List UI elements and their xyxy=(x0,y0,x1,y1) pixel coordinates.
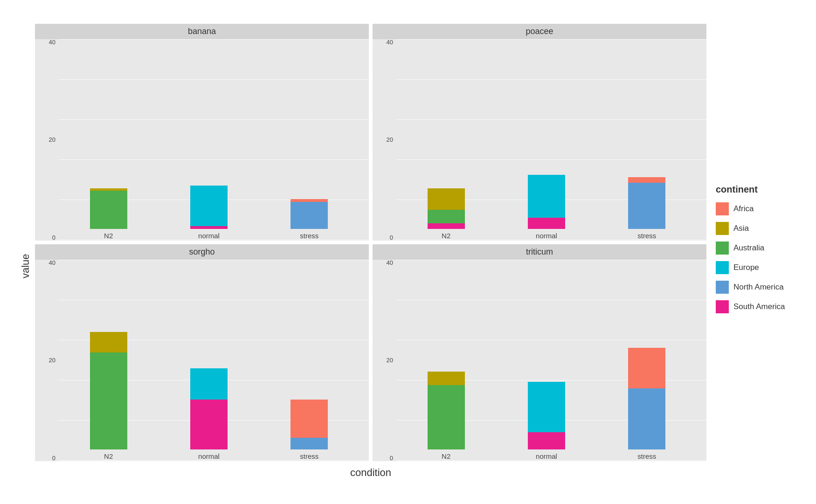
bar-group-banana-normal: normal xyxy=(190,39,228,240)
bar-segment-SouthAmerica xyxy=(528,432,565,449)
x-axis-label: condition xyxy=(35,461,706,481)
bar-segment-Africa xyxy=(290,400,328,438)
facet-title-sorgho: sorgho xyxy=(35,244,369,260)
bar-segment-Europe xyxy=(528,382,565,433)
bar-group-sorgho-normal: normal xyxy=(190,260,228,460)
y-tick: 40 xyxy=(49,260,55,266)
x-tick-banana-normal: normal xyxy=(190,232,228,240)
facet-title-banana: banana xyxy=(35,24,369,39)
stacked-bar-sorgho-stress xyxy=(290,400,328,449)
legend-label: Africa xyxy=(733,204,754,214)
stacked-bar-triticum-stress xyxy=(628,348,665,449)
legend-label: Europe xyxy=(733,263,759,272)
legend-swatch xyxy=(716,281,729,294)
legend-swatch xyxy=(716,261,729,274)
bar-segment-NorthAmerica xyxy=(628,183,665,229)
facet-title-triticum: triticum xyxy=(373,244,706,260)
bar-segment-Australia xyxy=(428,385,465,449)
legend: continent Africa Asia Australia Europe N… xyxy=(706,175,800,329)
y-tick: 20 xyxy=(387,357,393,363)
y-tick: 0 xyxy=(52,455,55,461)
x-tick-banana-stress: stress xyxy=(290,232,328,240)
legend-label: Asia xyxy=(733,224,749,233)
bar-segment-Europe xyxy=(528,175,565,218)
bars-container-poacee: N2normalstress xyxy=(396,39,697,241)
facet-poacee: poacee40200N2normalstress xyxy=(373,24,706,241)
stacked-bar-poacee-normal xyxy=(528,175,565,229)
y-tick: 20 xyxy=(49,137,55,143)
x-tick-triticum-stress: stress xyxy=(628,452,665,460)
legend-label: Australia xyxy=(733,243,764,253)
y-axis-label: value xyxy=(16,24,35,481)
bar-group-poacee-stress: stress xyxy=(628,39,665,240)
bar-group-triticum-stress: stress xyxy=(628,260,665,460)
bar-segment-SouthAmerica xyxy=(528,218,565,228)
legend-swatch xyxy=(716,300,729,313)
bar-group-banana-stress: stress xyxy=(290,39,328,240)
legend-swatch xyxy=(716,242,729,255)
legend-item: Asia xyxy=(716,222,795,235)
bar-segment-SouthAmerica xyxy=(428,223,465,229)
x-tick-triticum-normal: normal xyxy=(528,452,565,460)
stacked-bar-triticum-N2 xyxy=(428,372,465,449)
facet-plot-poacee: 40200N2normalstress xyxy=(373,39,706,241)
bar-segment-Australia xyxy=(428,210,465,223)
y-tick: 0 xyxy=(52,235,55,241)
x-tick-banana-N2: N2 xyxy=(90,232,127,240)
stacked-bar-banana-normal xyxy=(190,186,228,229)
bar-segment-Australia xyxy=(90,191,127,228)
bar-group-banana-N2: N2 xyxy=(90,39,127,240)
facet-plot-banana: 40200N2normalstress xyxy=(35,39,369,241)
x-tick-triticum-N2: N2 xyxy=(428,452,465,460)
stacked-bar-banana-stress xyxy=(290,199,328,229)
bar-segment-Australia xyxy=(90,352,127,449)
facet-title-poacee: poacee xyxy=(373,24,706,39)
x-tick-poacee-normal: normal xyxy=(528,232,565,240)
legend-item: Africa xyxy=(716,202,795,215)
bar-segment-NorthAmerica xyxy=(290,202,328,229)
bar-group-sorgho-N2: N2 xyxy=(90,260,127,460)
bar-segment-NorthAmerica xyxy=(628,388,665,449)
chart-container: value banana40200N2normalstresspoacee402… xyxy=(12,14,804,490)
y-tick: 40 xyxy=(387,260,393,266)
bar-segment-Europe xyxy=(190,368,228,400)
bar-segment-SouthAmerica xyxy=(190,400,228,449)
bar-group-triticum-normal: normal xyxy=(528,260,565,460)
y-tick: 40 xyxy=(49,39,55,45)
facet-plot-triticum: 40200N2normalstress xyxy=(373,260,706,461)
facet-triticum: triticum40200N2normalstress xyxy=(373,244,706,461)
bar-group-triticum-N2: N2 xyxy=(428,260,465,460)
y-tick: 20 xyxy=(49,357,55,363)
bar-segment-Europe xyxy=(190,186,228,226)
x-tick-poacee-stress: stress xyxy=(628,232,665,240)
stacked-bar-sorgho-N2 xyxy=(90,332,127,449)
legend-label: North America xyxy=(733,283,784,292)
legend-label: South America xyxy=(733,302,785,311)
y-tick: 20 xyxy=(387,137,393,143)
facet-plot-sorgho: 40200N2normalstress xyxy=(35,260,369,461)
legend-swatch xyxy=(716,222,729,235)
bar-segment-Africa xyxy=(628,348,665,388)
legend-item: South America xyxy=(716,300,795,313)
y-tick: 0 xyxy=(390,455,393,461)
bars-container-triticum: N2normalstress xyxy=(396,260,697,461)
bars-container-banana: N2normalstress xyxy=(58,39,360,241)
bars-container-sorgho: N2normalstress xyxy=(58,260,360,461)
legend-item: North America xyxy=(716,281,795,294)
x-tick-poacee-N2: N2 xyxy=(428,232,465,240)
bar-group-poacee-N2: N2 xyxy=(428,39,465,240)
facet-sorgho: sorgho40200N2normalstress xyxy=(35,244,369,461)
x-tick-sorgho-N2: N2 xyxy=(90,452,127,460)
stacked-bar-sorgho-normal xyxy=(190,368,228,449)
legend-item: Europe xyxy=(716,261,795,274)
legend-items: Africa Asia Australia Europe North Ameri… xyxy=(716,202,795,320)
bar-segment-Asia xyxy=(428,372,465,385)
bar-segment-Africa xyxy=(628,177,665,183)
x-tick-sorgho-normal: normal xyxy=(190,452,228,460)
x-tick-sorgho-stress: stress xyxy=(290,452,328,460)
legend-swatch xyxy=(716,202,729,215)
y-tick: 40 xyxy=(387,39,393,45)
plots-and-x: banana40200N2normalstresspoacee40200N2no… xyxy=(35,24,706,481)
bar-segment-NorthAmerica xyxy=(290,438,328,449)
stacked-bar-triticum-normal xyxy=(528,382,565,449)
